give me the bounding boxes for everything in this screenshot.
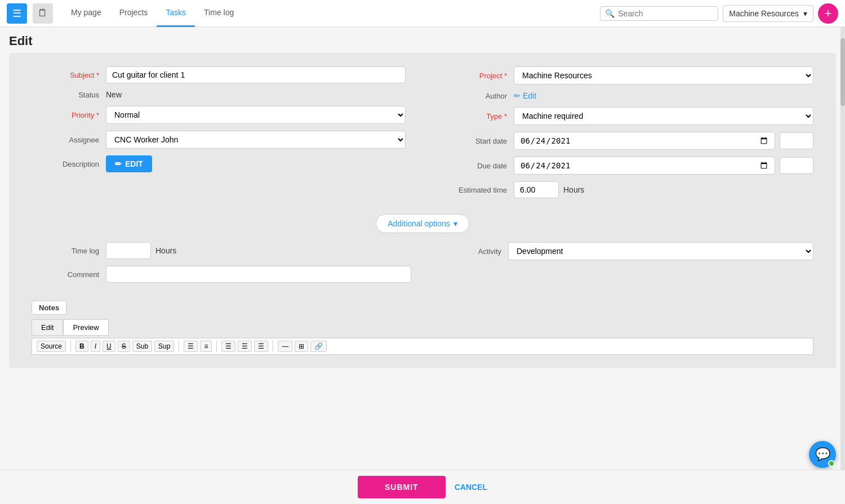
search-box: 🔍	[600, 6, 718, 21]
scrollbar-thumb[interactable]	[840, 38, 845, 106]
timelog-row: Time log Hours	[32, 242, 411, 259]
due-date-area	[514, 157, 813, 175]
machine-resources-label: Machine Resources	[729, 9, 799, 18]
toolbar-divider-2	[179, 341, 179, 352]
activity-label: Activity	[434, 247, 501, 256]
machine-resources-dropdown[interactable]: Machine Resources ▾	[723, 5, 813, 22]
toolbar-numbered-button[interactable]: ☰	[184, 341, 198, 352]
toolbar-divider-3	[216, 341, 217, 352]
priority-label: Priority *	[32, 111, 99, 119]
subject-row: Subject *	[32, 66, 406, 83]
nav-tasks[interactable]: Tasks	[157, 0, 195, 27]
toolbar-source-button[interactable]: Source	[37, 341, 66, 352]
toolbar-align-right-button[interactable]: ☰	[254, 341, 268, 352]
nav-right: 🔍 Machine Resources ▾ +	[600, 3, 838, 24]
edit-icon: ✏	[115, 159, 122, 168]
timelog-right: Activity Development Design Testing Mana…	[434, 242, 813, 289]
comment-input[interactable]	[106, 266, 411, 283]
form-container: Subject * Status New Priority * Low Norm…	[9, 53, 836, 368]
comment-label: Comment	[32, 270, 99, 279]
toolbar-table-button[interactable]: ⊞	[295, 341, 308, 352]
page-title: Edit	[0, 27, 845, 53]
author-label: Author	[439, 92, 507, 100]
description-row: Description ✏ EDIT	[32, 155, 406, 172]
notes-tab-preview[interactable]: Preview	[63, 319, 108, 336]
comment-row: Comment	[32, 266, 411, 283]
project-label: Project *	[439, 72, 507, 80]
nav-projects[interactable]: Projects	[110, 0, 157, 27]
activity-select[interactable]: Development Design Testing Management	[508, 242, 813, 260]
notes-tab-edit[interactable]: Edit	[32, 319, 63, 336]
subject-label: Subject *	[32, 71, 99, 79]
topnav: ☰ 🗒 My page Projects Tasks Time log 🔍 Ma…	[0, 0, 845, 27]
toolbar-bold-button[interactable]: B	[75, 341, 88, 352]
dropdown-chevron-icon: ▾	[803, 9, 807, 18]
description-edit-label: EDIT	[125, 159, 143, 168]
hours-label: Hours	[563, 185, 584, 194]
toolbar-sup-button[interactable]: Sup	[154, 341, 174, 352]
priority-select[interactable]: Low Normal High Urgent Immediate	[106, 106, 406, 124]
description-edit-button[interactable]: ✏ EDIT	[106, 155, 152, 172]
start-date-extra[interactable]	[780, 132, 813, 149]
hamburger-button[interactable]: ☰	[7, 3, 27, 24]
author-edit-link[interactable]: ✏ Edit	[514, 91, 536, 100]
toolbar-strikethrough-button[interactable]: S	[118, 341, 130, 352]
estimated-time-label: Estimated time	[439, 186, 507, 194]
start-date-input[interactable]	[514, 132, 775, 150]
additional-options-row: Additional options ▾	[32, 214, 813, 233]
author-edit-label: Edit	[523, 91, 536, 100]
timelog-hours-label: Hours	[155, 246, 176, 255]
toolbar-bullet-button[interactable]: ≡	[200, 341, 212, 352]
estimated-time-input[interactable]	[514, 181, 559, 198]
author-edit-area: ✏ Edit	[514, 91, 536, 100]
subject-input[interactable]	[106, 66, 406, 83]
type-row: Type * Machine required Bug Feature Supp…	[439, 107, 813, 125]
due-date-input[interactable]	[514, 157, 775, 175]
toolbar-underline-button[interactable]: U	[103, 341, 115, 352]
start-date-label: Start date	[439, 137, 507, 145]
nav-links: My page Projects Tasks Time log	[62, 0, 600, 27]
search-input[interactable]	[618, 9, 713, 18]
due-date-extra[interactable]	[780, 157, 813, 174]
start-date-row: Start date	[439, 132, 813, 150]
assignee-row: Assignee CNC Worker John	[32, 131, 406, 149]
additional-options-button[interactable]: Additional options ▾	[376, 214, 469, 233]
toolbar-sub-button[interactable]: Sub	[132, 341, 152, 352]
right-column: Project * Machine Resources Author ✏ Edi…	[439, 66, 813, 205]
status-label: Status	[32, 91, 99, 99]
assignee-select[interactable]: CNC Worker John	[106, 131, 406, 149]
estimated-time-row: Estimated time Hours	[439, 181, 813, 198]
edit-pencil-icon: ✏	[514, 91, 521, 100]
toolbar-align-left-button[interactable]: ☰	[221, 341, 235, 352]
due-date-label: Due date	[439, 162, 507, 170]
estimated-time-area: Hours	[514, 181, 584, 198]
search-icon: 🔍	[605, 9, 615, 18]
additional-options-chevron-icon: ▾	[453, 219, 457, 228]
logo-icon: 🗒	[33, 3, 53, 24]
toolbar-italic-button[interactable]: I	[91, 341, 100, 352]
toolbar-line-button[interactable]: —	[278, 341, 292, 352]
additional-options-label: Additional options	[388, 219, 450, 228]
start-date-area	[514, 132, 813, 150]
nav-mypage[interactable]: My page	[62, 0, 110, 27]
toolbar-link-button[interactable]: 🔗	[310, 341, 327, 352]
assignee-label: Assignee	[32, 136, 99, 144]
toolbar-align-center-button[interactable]: ☰	[238, 341, 252, 352]
timelog-label: Time log	[32, 247, 99, 255]
type-select[interactable]: Machine required Bug Feature Support	[514, 107, 813, 125]
status-value: New	[106, 90, 122, 99]
timelog-input[interactable]	[106, 242, 151, 259]
nav-timelog[interactable]: Time log	[195, 0, 243, 27]
priority-row: Priority * Low Normal High Urgent Immedi…	[32, 106, 406, 124]
notes-toolbar: Source B I U S Sub Sup ☰ ≡ ☰ ☰ ☰ — ⊞ 🔗	[32, 338, 813, 355]
project-select[interactable]: Machine Resources	[514, 66, 813, 84]
notes-tabs: Edit Preview	[32, 319, 813, 336]
toolbar-divider-4	[273, 341, 273, 352]
type-label: Type *	[439, 112, 507, 121]
add-button[interactable]: +	[818, 3, 838, 24]
scrollbar[interactable]	[840, 27, 845, 411]
notes-badge: Notes	[32, 301, 66, 315]
status-row: Status New	[32, 90, 406, 99]
activity-row: Activity Development Design Testing Mana…	[434, 242, 813, 260]
author-row: Author ✏ Edit	[439, 91, 813, 100]
